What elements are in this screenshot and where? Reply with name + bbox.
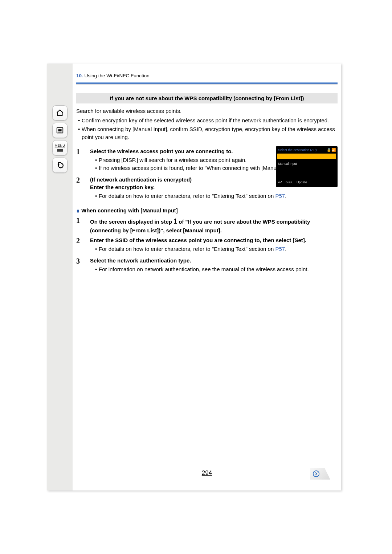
home-icon [56,109,64,117]
step-text: Select the wireless access point you are… [90,148,233,154]
breadcrumb: 10. Using the Wi-Fi/NFC Function [76,71,338,82]
intro-bullet: When connecting by [Manual Input], confi… [78,125,338,141]
section-title: If you are not sure about the WPS compat… [76,93,338,104]
step-text: (If network authentication is encrypted)… [90,176,192,191]
home-button[interactable] [52,105,68,121]
steps-group-b: 1 On the screen displayed in step 1 of "… [76,216,338,275]
square-bullet-icon: ∎ [76,207,80,213]
step-row: 2 Enter the SSID of the wireless access … [76,236,338,254]
back-button[interactable] [52,158,68,173]
sidebar: MENU [47,64,73,490]
step-number: 1 [76,216,83,235]
breadcrumb-num: 10. [76,73,83,78]
intro-bullet: Confirm encryption key of the selected w… [78,117,338,125]
shot-status-icons: 🔒 📶 [327,147,335,153]
page-link[interactable]: P57 [275,246,285,252]
page-link[interactable]: P57 [275,193,285,199]
header-divider [76,82,338,84]
step-bullet: If no wireless access point is found, re… [95,164,338,172]
step-number: 1 [76,147,83,173]
page-number[interactable]: 294 [202,469,212,478]
step-row: 1 On the screen displayed in step 1 of "… [76,216,338,235]
step-number: 2 [76,176,83,201]
breadcrumb-text: Using the Wi-Fi/NFC Function [83,73,150,78]
step-text: Enter the SSID of the wireless access po… [90,237,306,243]
shot-update: Update [297,180,307,185]
shot-disp: DISP. [286,180,293,185]
intro-bullets: Confirm encryption key of the selected w… [76,117,338,141]
svg-point-7 [313,471,319,477]
step-bullet: For details on how to enter characters, … [95,245,338,253]
shot-back-icon: ↩ [278,179,282,186]
next-page-button[interactable] [310,468,330,480]
back-icon [56,161,64,169]
step-bullet: For information on network authenticatio… [95,265,338,273]
step-text: On the screen displayed in step 1 of "If… [90,219,310,233]
toc-button[interactable] [52,123,68,138]
list-icon [56,126,64,134]
step-bullet: Pressing [DISP.] will search for a wirel… [95,156,338,164]
menu-lines-icon [56,149,64,152]
manual-page: MENU 10. Using the Wi-Fi/NFC Function If… [0,0,392,554]
menu-label: MENU [55,143,65,148]
menu-button[interactable]: MENU [52,140,68,155]
page-content: 10. Using the Wi-Fi/NFC Function If you … [73,64,341,490]
step-bullet: For details on how to enter characters, … [95,192,338,200]
step-text: Select the network authentication type. [90,257,191,264]
subheading: ∎When connecting with [Manual Input] [76,207,338,215]
intro-text: Search for available wireless access poi… [76,107,338,115]
step-number: 3 [76,257,83,275]
step-number: 2 [76,236,83,254]
step-row: 3 Select the network authentication type… [76,257,338,275]
forward-icon [312,470,320,478]
shot-title: Select the destination (AP) [278,148,317,152]
